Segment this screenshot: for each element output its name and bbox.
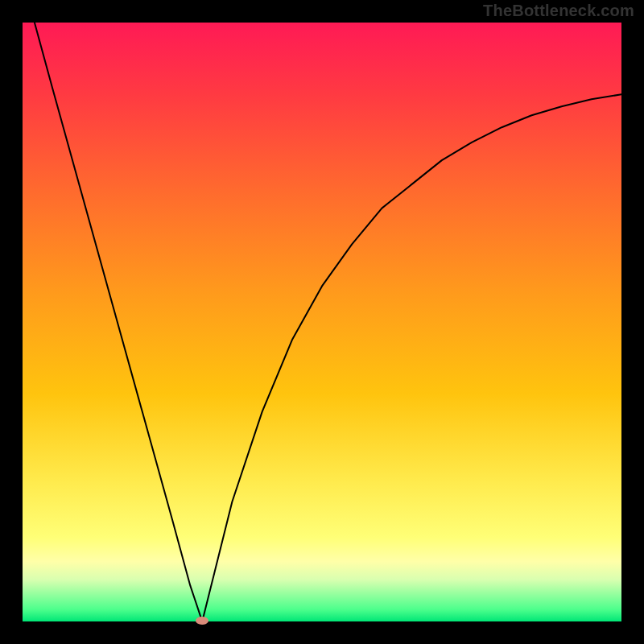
- watermark-text: TheBottleneck.com: [483, 2, 634, 20]
- chart-frame: TheBottleneck.com: [0, 0, 644, 644]
- plot-area: [23, 23, 621, 621]
- bottleneck-curve: [23, 23, 621, 621]
- minimum-marker: [196, 617, 208, 625]
- curve-path: [35, 23, 621, 621]
